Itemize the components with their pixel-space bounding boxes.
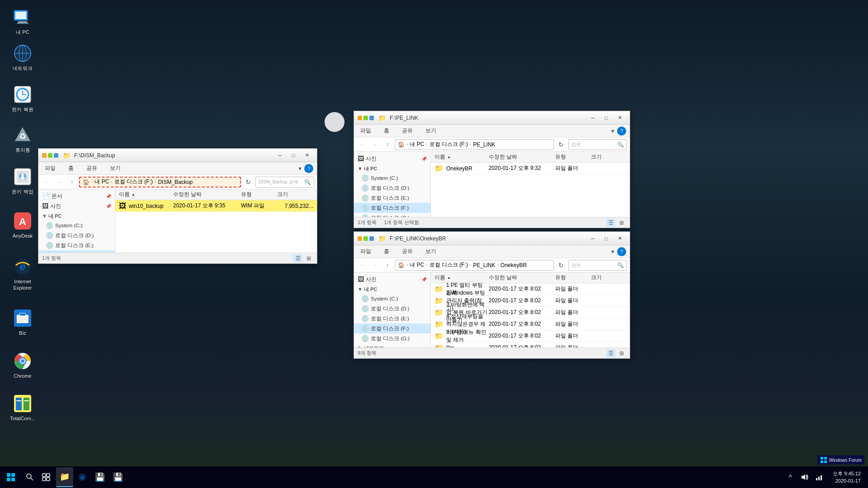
window3-nav-c[interactable]: 💿 System (C:) xyxy=(354,294,430,304)
desktop-icon-anydesk[interactable]: A AnyDesk xyxy=(5,208,41,241)
window2-nav-photos[interactable]: 🖼 사진 📌 xyxy=(354,154,430,164)
window1-address-path[interactable]: 🏠 › 내 PC › 로컬 디스크 (F:) › DISM_Backup xyxy=(79,177,241,188)
taskbar-item-ie[interactable]: e xyxy=(74,467,90,487)
window2-help-btn[interactable]: ? xyxy=(617,127,626,136)
window2-col-type[interactable]: 유형 xyxy=(555,154,590,160)
desktop-icon-chrome[interactable]: Chrome xyxy=(5,348,41,381)
window2-view-details-btn[interactable]: ☰ xyxy=(606,219,615,227)
window2-tab-share[interactable]: 공유 xyxy=(399,125,415,136)
window2-forward-btn[interactable]: → xyxy=(369,139,380,150)
window3-help-btn[interactable]: ? xyxy=(617,247,626,256)
window2-nav-g[interactable]: 💿 로컬 디스크 (G:) xyxy=(354,213,430,217)
window1-search[interactable]: DISM_Backup 검색 🔍 xyxy=(255,177,314,188)
window1-view-tiles-btn[interactable]: ⊞ xyxy=(304,254,313,263)
window1-nav-photos[interactable]: 🖼 사진 📌 xyxy=(38,201,115,211)
taskbar-item-save2[interactable]: 💾 xyxy=(109,467,127,487)
window3-minimize-btn[interactable]: ─ xyxy=(586,234,599,244)
desktop-icon-recycle[interactable]: ♻ 휴지통 xyxy=(5,122,41,155)
window2-col-name[interactable]: 이름 ▲ xyxy=(434,154,489,160)
window3-tab-file[interactable]: 파일 xyxy=(358,246,374,257)
desktop-icon-winki-backup[interactable]: 윈키 백업 xyxy=(5,164,41,197)
window1-col-type[interactable]: 유형 xyxy=(241,191,277,198)
window3-col-type[interactable]: 유형 xyxy=(555,274,590,281)
taskbar-item-save1[interactable]: 💾 xyxy=(91,467,108,487)
tray-network-icon[interactable] xyxy=(813,471,826,483)
taskbar-clock[interactable]: 오후 9:45:12 2020-01-17 xyxy=(829,470,864,485)
window2-back-btn[interactable]: ← xyxy=(357,139,368,150)
window2-nav-mypc-section[interactable]: ▼ 내 PC xyxy=(354,164,430,173)
window3-nav-e[interactable]: 💿 로컬 디스크 (E:) xyxy=(354,314,430,324)
window2-nav-d[interactable]: 💿 로컬 디스크 (D:) xyxy=(354,183,430,193)
taskbar-search-btn[interactable] xyxy=(22,466,38,488)
window3-expand-ribbon[interactable]: ▼ xyxy=(610,249,615,254)
window2-up-btn[interactable]: ↑ xyxy=(382,139,393,150)
window1-file-row-0[interactable]: 🖼 win10_backup 2020-01-17 오후 9:35 WIM 파일… xyxy=(115,200,317,212)
desktop-icon-biz[interactable]: Biz xyxy=(5,305,41,338)
window2-refresh-btn[interactable]: ↻ xyxy=(556,139,566,150)
window3-nav-mypc-section[interactable]: ▼ 내 PC xyxy=(354,284,430,294)
window3-forward-btn[interactable]: → xyxy=(369,260,380,271)
window1-back-btn[interactable]: ← xyxy=(41,177,52,188)
window3-col-size[interactable]: 크기 xyxy=(591,274,626,281)
window2-nav-c[interactable]: 💿 System (C:) xyxy=(354,173,430,183)
taskbar-item-file-explorer[interactable]: 📁 xyxy=(56,467,73,487)
window3-col-name[interactable]: 이름 ▲ xyxy=(434,274,489,281)
window2-expand-ribbon[interactable]: ▼ xyxy=(610,128,615,134)
window3-tab-home[interactable]: 홈 xyxy=(381,246,392,257)
window1-forward-btn[interactable]: → xyxy=(54,177,65,188)
window1-up-btn[interactable]: ↑ xyxy=(66,177,77,188)
window1-minimize-btn[interactable]: ─ xyxy=(274,150,286,160)
tray-expand-btn[interactable]: ^ xyxy=(784,471,797,483)
window3-nav-photos[interactable]: 🖼 사진 📌 xyxy=(354,274,430,284)
desktop-icon-network[interactable]: 네트워크 xyxy=(5,41,41,73)
tray-volume-icon[interactable] xyxy=(798,471,811,483)
window1-close-btn[interactable]: ✕ xyxy=(301,150,313,160)
window3-tab-view[interactable]: 보기 xyxy=(423,246,439,257)
window3-view-details-btn[interactable]: ☰ xyxy=(606,349,615,357)
window1-nav-e[interactable]: 💿 로컬 디스크 (E:) xyxy=(38,240,115,250)
window3-nav-network[interactable]: ▷ 네트워크 xyxy=(354,343,430,347)
window2-view-tiles-btn[interactable]: ⊞ xyxy=(617,219,626,227)
window3-close-btn[interactable]: ✕ xyxy=(613,234,626,244)
show-desktop-btn[interactable] xyxy=(864,466,868,488)
window2-minimize-btn[interactable]: ─ xyxy=(586,113,599,123)
window2-address-path[interactable]: 🏠 › 내 PC › 로컬 디스크 (F:) › PE_LINK xyxy=(395,139,554,150)
window1-tab-view[interactable]: 보기 xyxy=(107,163,123,174)
window3-nav-d[interactable]: 💿 로컬 디스크 (D:) xyxy=(354,304,430,314)
window3-address-path[interactable]: 🏠 › 내 PC › 로컬 디스크 (F:) › PE_LINK › Oneke… xyxy=(395,260,554,271)
window2-close-btn[interactable]: ✕ xyxy=(613,113,626,123)
window1-col-date[interactable]: 수정한 날짜 xyxy=(173,191,241,198)
window3-refresh-btn[interactable]: ↻ xyxy=(556,260,566,271)
window1-nav-documents[interactable]: 📄 문서 📌 xyxy=(38,191,115,201)
window1-nav-mypc-section[interactable]: ▼ 내 PC xyxy=(38,211,115,221)
taskbar-task-view-btn[interactable] xyxy=(38,466,54,488)
window2-maximize-btn[interactable]: □ xyxy=(600,113,613,123)
window1-tab-home[interactable]: 홈 xyxy=(66,163,76,174)
window2-tab-home[interactable]: 홈 xyxy=(381,125,392,136)
window2-col-size[interactable]: 크기 xyxy=(591,154,626,160)
window3-nav-g[interactable]: 💿 로컬 디스크 (G:) xyxy=(354,333,430,343)
window1-col-size[interactable]: 크기 xyxy=(277,191,313,198)
window3-back-btn[interactable]: ← xyxy=(357,260,368,271)
window3-tab-share[interactable]: 공유 xyxy=(399,246,415,257)
window1-expand-ribbon[interactable]: ▼ xyxy=(297,166,302,171)
desktop-icon-mypc[interactable]: 내 PC xyxy=(5,5,41,37)
window2-col-date[interactable]: 수정한 날짜 xyxy=(489,154,555,160)
desktop-icon-totalcmd[interactable]: TotalCom... xyxy=(5,391,41,423)
window3-maximize-btn[interactable]: □ xyxy=(600,234,613,244)
desktop-icon-winki-restore[interactable]: 윈키 복원 xyxy=(5,82,41,114)
window1-col-name[interactable]: 이름 ▲ xyxy=(119,191,173,198)
window1-help-btn[interactable]: ? xyxy=(304,164,313,173)
window1-nav-c[interactable]: 💿 System (C:) xyxy=(38,221,115,230)
window1-refresh-btn[interactable]: ↻ xyxy=(243,177,254,188)
window2-nav-e[interactable]: 💿 로컬 디스크 (E:) xyxy=(354,193,430,203)
window1-view-details-btn[interactable]: ☰ xyxy=(293,254,302,263)
window1-tab-share[interactable]: 공유 xyxy=(84,163,100,174)
window1-nav-d[interactable]: 💿 로컬 디스크 (D:) xyxy=(38,230,115,240)
desktop-icon-ie[interactable]: e Internet Explorer xyxy=(5,254,41,293)
window2-file-row-0[interactable]: 📁 OnekeyBR 2020-01-17 오후 9:32 파일 폴더 xyxy=(431,163,630,174)
start-button[interactable] xyxy=(0,466,22,488)
window2-nav-f[interactable]: 💿 로컬 디스크 (F:) xyxy=(354,203,430,213)
window2-tab-view[interactable]: 보기 xyxy=(423,125,439,136)
window3-search[interactable]: 검색 🔍 xyxy=(568,260,627,271)
